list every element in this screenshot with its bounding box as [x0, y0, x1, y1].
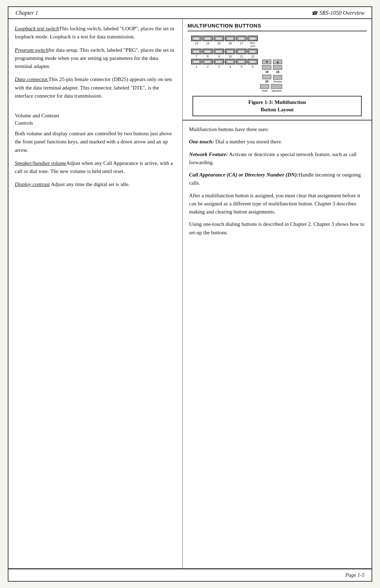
num-12: 12 [247, 55, 258, 58]
btn-row-13-17: 13 14 15 16 17 MIC-OFF [191, 36, 367, 48]
mfb-box: MULTIFUNCTION BUTTONS [183, 19, 372, 120]
num-15: 15 [214, 42, 224, 48]
btn-5-face [238, 60, 245, 63]
btn-8 [202, 49, 213, 54]
btn-20-redial-pair: 20 Redial [262, 75, 282, 83]
para-volume-intro: Both volume and display contrast are con… [15, 130, 176, 154]
btn-hold-speaker-pair: Hold Speaker [260, 84, 282, 92]
btn-11 [236, 49, 247, 54]
num-10: 10 [225, 55, 235, 58]
btn-4-face [227, 60, 234, 63]
btn-18-rect [273, 65, 282, 70]
right-text-content: Mulifunction buttons have three uses: On… [183, 120, 372, 568]
btn-19-ctrl: 19 [262, 65, 271, 74]
num-11: 11 [236, 55, 247, 58]
num-17: 17 [236, 42, 247, 48]
btn-row-1-6-buttons [191, 59, 258, 64]
right-column: MULTIFUNCTION BUTTONS [183, 19, 372, 568]
btn-micoff-face [249, 37, 256, 40]
num-2: 2 [202, 65, 213, 68]
btn-hold-label: Hold [262, 89, 267, 92]
btn-1-face [193, 60, 200, 63]
page-number: Page 1-5 [345, 572, 365, 578]
btn-16-face [227, 37, 234, 40]
num-8: 8 [202, 55, 213, 58]
btn-4 [225, 59, 235, 64]
figure-caption-line1: Figure 1-3: Multifunction [248, 99, 306, 105]
btn-13 [191, 36, 202, 41]
btn-2 [202, 59, 213, 64]
btn-14-face [204, 37, 211, 40]
program-switch-heading: Program switch [15, 47, 49, 53]
btn-17 [236, 36, 247, 41]
up-arrow-rect: ▲ [273, 60, 282, 64]
btn-20-label: 20 [265, 80, 268, 83]
btn-redial-ctrl: Redial [273, 75, 282, 83]
left-column: Loopback test switchThis locking switch,… [8, 19, 183, 568]
page-header: Chapter 1 ☎ SRS-1050 Overview [8, 7, 372, 19]
btn-20-ctrl: 20 [262, 75, 271, 83]
btn-6-face [249, 60, 256, 63]
num-6: 6 [247, 65, 258, 68]
num-9: 9 [214, 55, 224, 58]
btn-row-7-12: 7 8 9 10 11 12 [191, 49, 367, 58]
button-diagram: 13 14 15 16 17 MIC-OFF [188, 35, 367, 93]
volume-contrast-heading: Volume and ContrastControls [15, 112, 176, 127]
network-heading: Network Feature: [189, 151, 228, 157]
btn-7 [191, 49, 202, 54]
btn-8-face [204, 50, 211, 53]
btn-speaker-label: Speaker [271, 89, 282, 92]
phone-icon: ☎ [311, 10, 317, 16]
display-contrast-text: Adjust any time the digital set is idle. [50, 181, 130, 187]
btn-16 [225, 36, 235, 41]
btn-row-13-17-buttons [191, 36, 367, 41]
num-1: 1 [191, 65, 202, 68]
onetouch-desc-text: Using one-touch dialing buttons is descr… [189, 221, 364, 235]
btn-12 [247, 49, 258, 54]
page-footer: Page 1-5 [8, 569, 372, 581]
btn-redial-rect [273, 75, 282, 80]
header-title-text: SRS-1050 Overview [319, 10, 365, 16]
btn-9 [214, 49, 224, 54]
btn-15-face [215, 37, 222, 40]
btn-nums-7-12: 7 8 9 10 11 12 [191, 55, 367, 58]
up-arrow-btn: ▲ [273, 60, 282, 64]
btn-row-7-12-buttons [191, 49, 367, 54]
num-14: 14 [202, 42, 213, 48]
btn-19-18-pair: 19 18 [262, 65, 282, 74]
right-para-onetouch-desc: Using one-touch dialing buttons is descr… [189, 220, 365, 237]
btn-10 [225, 49, 235, 54]
btn-nums-1-6: 1 2 3 4 5 6 [191, 65, 258, 68]
btn-3-face [215, 60, 222, 63]
btn-20-rect [262, 75, 271, 79]
btn-row-1-6: 1 2 3 4 5 6 [191, 59, 258, 68]
btn-speaker-ctrl: Speaker [271, 84, 282, 92]
page-content: Loopback test switchThis locking switch,… [8, 19, 372, 569]
para-data-connector: Data connector.This 25-pin female connec… [15, 75, 176, 100]
btn-2-face [204, 60, 211, 63]
para-display-contrast: Display contrast Adjust any time the dig… [15, 180, 176, 188]
btn-19-rect [262, 65, 271, 70]
right-para-intro: Mulifunction buttons have three uses: [189, 125, 365, 134]
para-speaker-volume: Speaker/handset volumeAdjust when any Ca… [15, 159, 176, 176]
btn-9-face [215, 50, 222, 53]
right-para-ca: Call Appearance (CA) or Directory Number… [189, 171, 365, 187]
btn-redial-label: Redial [274, 80, 282, 83]
speaker-volume-heading: Speaker/handset volume [15, 160, 66, 166]
para-program-switch: Program switchfor data setup. This switc… [15, 46, 176, 71]
mfb-title: MULTIFUNCTION BUTTONS [188, 23, 367, 31]
down-arrow-btn: ▼ [262, 60, 271, 64]
btn-5 [236, 59, 247, 64]
btn-18-label: 18 [276, 70, 279, 74]
btn-15 [214, 36, 224, 41]
btn-17-face [238, 37, 245, 40]
btn-14 [202, 36, 213, 41]
volume-intro-text: Both volume and display contrast are con… [15, 131, 172, 153]
para-loopback: Loopback test switchThis locking switch,… [15, 25, 176, 41]
btn-hold-rect [260, 84, 269, 89]
assign-text: After a multifunction button is assigned… [189, 193, 360, 215]
btn-micoff [247, 36, 258, 41]
right-para-intro-text: Mulifunction buttons have three uses: [189, 126, 269, 132]
figure-caption-box: Figure 1-3: Multifunction Button Layout [192, 96, 362, 116]
onetouch-heading: One-touch: [189, 139, 214, 144]
